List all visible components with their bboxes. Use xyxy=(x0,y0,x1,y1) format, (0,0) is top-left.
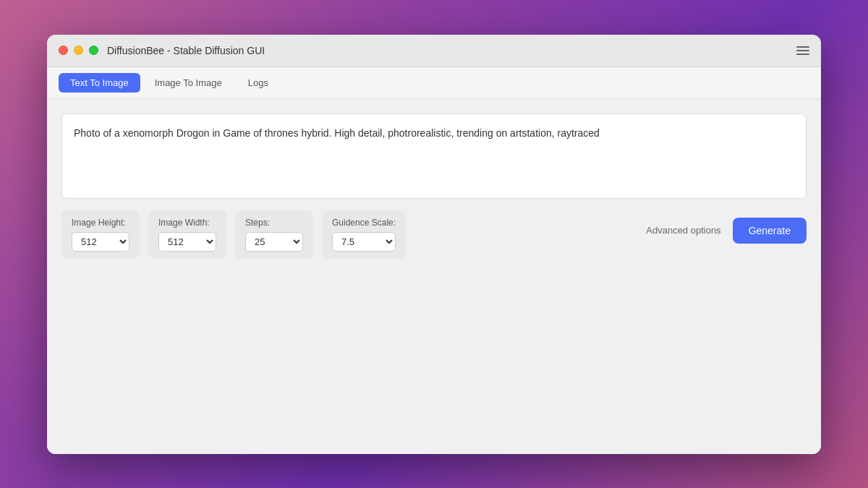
steps-group: Steps: 10 15 20 25 30 40 50 xyxy=(235,210,313,259)
image-height-label: Image Height: xyxy=(72,218,129,228)
prompt-area xyxy=(61,114,807,199)
tab-logs[interactable]: Logs xyxy=(237,73,280,93)
steps-label: Steps: xyxy=(245,218,303,228)
tab-image-to-image[interactable]: Image To Image xyxy=(143,73,234,93)
image-height-select[interactable]: 256 384 512 768 1024 xyxy=(72,232,129,252)
image-width-label: Image Width: xyxy=(158,218,216,228)
generate-button[interactable]: Generate xyxy=(733,218,807,244)
guidance-scale-group: Guidence Scale: 1 2 3 4 5 6 7 7.5 8 9 10… xyxy=(322,210,406,259)
image-width-group: Image Width: 256 384 512 768 1024 xyxy=(148,210,226,259)
main-content: Image Height: 256 384 512 768 1024 Image… xyxy=(47,99,821,454)
advanced-options-link[interactable]: Advanced options xyxy=(646,225,720,236)
controls-row: Image Height: 256 384 512 768 1024 Image… xyxy=(61,210,807,259)
minimize-button[interactable] xyxy=(74,46,83,55)
traffic-lights xyxy=(59,46,98,55)
guidance-scale-label: Guidence Scale: xyxy=(332,218,396,228)
hamburger-menu-icon[interactable] xyxy=(796,46,809,55)
app-window: DiffusionBee - Stable Diffusion GUI Text… xyxy=(47,35,821,454)
prompt-input[interactable] xyxy=(74,126,794,184)
image-height-group: Image Height: 256 384 512 768 1024 xyxy=(61,210,140,259)
image-width-select[interactable]: 256 384 512 768 1024 xyxy=(158,232,216,252)
content-spacer xyxy=(61,270,807,440)
title-bar: DiffusionBee - Stable Diffusion GUI xyxy=(47,35,821,67)
maximize-button[interactable] xyxy=(89,46,98,55)
window-title: DiffusionBee - Stable Diffusion GUI xyxy=(107,45,788,56)
close-button[interactable] xyxy=(59,46,68,55)
guidance-scale-select[interactable]: 1 2 3 4 5 6 7 7.5 8 9 10 12 15 xyxy=(332,232,396,252)
steps-select[interactable]: 10 15 20 25 30 40 50 xyxy=(245,232,303,252)
controls-right: Advanced options Generate xyxy=(646,210,807,244)
tab-bar: Text To Image Image To Image Logs xyxy=(47,67,821,99)
tab-text-to-image[interactable]: Text To Image xyxy=(59,73,140,93)
